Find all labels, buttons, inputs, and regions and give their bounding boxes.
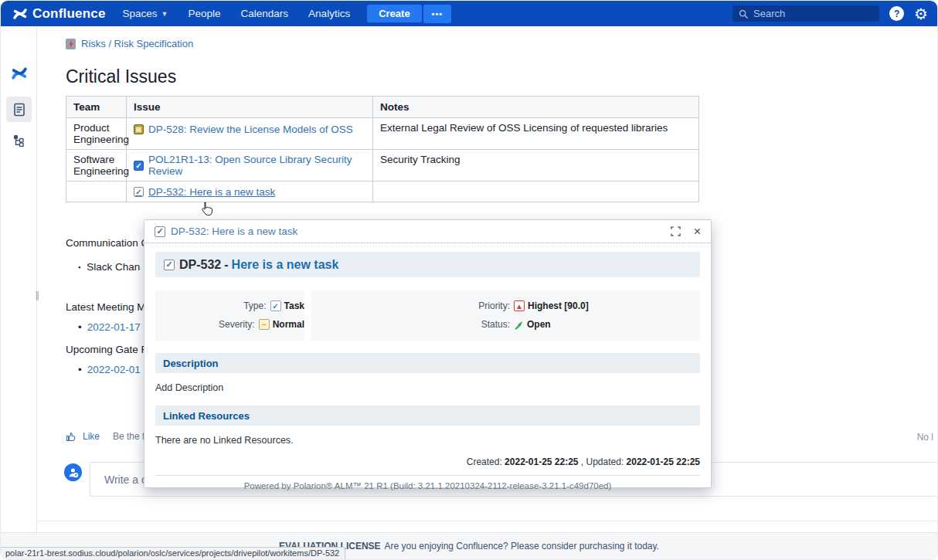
notes-cell: External Legal Review of OSS Licensing o… bbox=[373, 118, 699, 150]
status-bar-url: polar-21r1-brest.sodius.cloud/polarion/o… bbox=[1, 547, 345, 559]
search-input[interactable]: Search bbox=[732, 5, 879, 22]
nav-item-people[interactable]: People bbox=[189, 8, 221, 19]
nav-right-cluster: Search ? ⚙ bbox=[732, 1, 928, 26]
create-button[interactable]: Create bbox=[367, 5, 421, 22]
col-header-issue: Issue bbox=[127, 97, 373, 118]
workitem-title: Here is a new task bbox=[232, 258, 339, 272]
section-upcoming-gate-heading: Upcoming Gate F bbox=[66, 344, 148, 355]
list-item-slack: ▪Slack Chan bbox=[78, 261, 140, 273]
task-outline-check-icon: ✓ bbox=[155, 226, 165, 237]
workitem-separator: - bbox=[224, 258, 228, 272]
team-cell: Product Engineering bbox=[66, 118, 127, 150]
document-icon bbox=[13, 103, 25, 117]
hierarchy-tree-icon bbox=[12, 134, 25, 147]
nav-item-analytics[interactable]: Analytics bbox=[308, 8, 350, 19]
powered-by-text: Powered by Polarion® ALM™ 21 R1 (Build: … bbox=[155, 481, 700, 490]
table-row: Product Engineering ▤ DP-528: Review the… bbox=[66, 118, 699, 150]
no-labels-text: No l bbox=[917, 432, 933, 443]
fields-row: Type: ✓Task Severity: −Normal Priority: … bbox=[155, 290, 700, 341]
nav-item-calendars[interactable]: Calendars bbox=[241, 8, 289, 19]
top-navigation-bar: Confluence Spaces▼ People Calendars Anal… bbox=[1, 1, 937, 26]
brand-name: Confluence bbox=[32, 6, 106, 22]
col-header-team: Team bbox=[66, 97, 127, 118]
nav-item-spaces[interactable]: Spaces▼ bbox=[123, 8, 168, 19]
field-severity: Severity: −Normal bbox=[155, 315, 304, 334]
dialog-footer-divider bbox=[155, 475, 700, 476]
workitem-preview-dialog: ✓ DP-532: Here is a new task × ✓ DP-532 … bbox=[144, 219, 712, 488]
issue-cell: ✓ POL21R1-13: Open Source Library Securi… bbox=[127, 150, 373, 182]
section-latest-meeting-heading: Latest Meeting M bbox=[66, 301, 146, 313]
confluence-space-icon bbox=[11, 66, 28, 80]
user-avatar[interactable] bbox=[64, 463, 82, 481]
table-header-row: Team Issue Notes bbox=[66, 97, 699, 118]
thumbs-up-icon[interactable] bbox=[66, 431, 76, 442]
team-cell bbox=[66, 182, 127, 202]
close-icon[interactable]: × bbox=[694, 226, 701, 236]
workitem-banner: ✓ DP-532 - Here is a new task bbox=[155, 252, 700, 277]
field-status: Status: Open bbox=[311, 315, 700, 334]
notes-cell: Security Tracking bbox=[373, 150, 699, 182]
sidebar-tree-button[interactable] bbox=[6, 129, 32, 151]
table-row: Software Engineering ✓ POL21R1-13: Open … bbox=[66, 150, 699, 182]
fields-right-panel: Priority: ▲Highest [90.0] Status: Open bbox=[311, 290, 700, 341]
document-olive-icon: ▤ bbox=[134, 124, 144, 134]
section-header-description: Description bbox=[155, 353, 700, 373]
space-page-icon bbox=[66, 39, 76, 49]
confluence-logo[interactable]: Confluence bbox=[13, 6, 106, 22]
notes-cell bbox=[373, 182, 699, 202]
search-icon bbox=[739, 9, 748, 19]
priority-highest-icon: ▲ bbox=[514, 300, 525, 311]
nav-menu: Spaces▼ People Calendars Analytics bbox=[123, 8, 351, 19]
left-sidebar: ⚙ » bbox=[1, 26, 37, 532]
comment-placeholder: Write a c bbox=[104, 473, 147, 486]
license-message: Are you enjoying Confluence? Please cons… bbox=[385, 541, 659, 552]
severity-normal-icon: − bbox=[259, 319, 270, 330]
page-title: Critical Issues bbox=[66, 66, 176, 87]
status-open-icon bbox=[514, 320, 524, 330]
dot-bullet: • bbox=[78, 364, 82, 375]
more-menu-button[interactable]: ••• bbox=[423, 5, 452, 23]
space-logo[interactable] bbox=[6, 62, 32, 85]
task-filled-check-icon: ✓ bbox=[134, 161, 144, 171]
admin-gear-icon[interactable]: ⚙ bbox=[914, 6, 928, 22]
issue-link-dp532[interactable]: ✓ DP-532: Here is a new task bbox=[134, 186, 275, 198]
breadcrumb[interactable]: Risks / Risk Specification bbox=[66, 38, 193, 49]
dialog-title-link[interactable]: DP-532: Here is a new task bbox=[171, 226, 665, 237]
content-divider bbox=[38, 521, 937, 521]
issue-cell: ▤ DP-528: Review the License Models of O… bbox=[127, 118, 373, 150]
expand-icon[interactable] bbox=[671, 226, 681, 236]
chevron-down-icon: ▼ bbox=[161, 10, 168, 18]
workitem-id: DP-532 bbox=[179, 258, 221, 272]
field-type: Type: ✓Task bbox=[155, 297, 304, 315]
task-outline-check-icon: ✓ bbox=[164, 260, 175, 270]
field-priority: Priority: ▲Highest [90.0] bbox=[311, 297, 700, 315]
list-item-meeting-link: •2022-01-17 Pr bbox=[78, 321, 154, 333]
person-pencil-icon bbox=[67, 467, 79, 478]
fields-left-panel: Type: ✓Task Severity: −Normal bbox=[155, 290, 304, 341]
created-updated-line: Created: 2022-01-25 22:25 , Updated: 202… bbox=[155, 456, 700, 467]
confluence-mark-icon bbox=[13, 8, 27, 20]
issue-link-dp528[interactable]: ▤ DP-528: Review the License Models of O… bbox=[134, 124, 353, 135]
square-bullet: ▪ bbox=[78, 263, 80, 271]
sidebar-resize-handle[interactable]: ∥ bbox=[35, 290, 39, 300]
like-row: Like Be the fir bbox=[66, 431, 150, 442]
app-window: Confluence Spaces▼ People Calendars Anal… bbox=[0, 0, 938, 560]
dialog-body: ✓ DP-532 - Here is a new task Type: ✓Tas… bbox=[144, 243, 711, 490]
task-checkbox-icon: ✓ bbox=[270, 300, 281, 311]
linked-resources-body: There are no Linked Resources. bbox=[155, 435, 700, 446]
breadcrumb-text[interactable]: Risks / Risk Specification bbox=[81, 38, 193, 49]
sidebar-pages-button[interactable] bbox=[6, 97, 32, 122]
dialog-header: ✓ DP-532: Here is a new task × bbox=[144, 220, 711, 243]
critical-issues-table: Team Issue Notes Product Engineering ▤ D… bbox=[66, 96, 699, 202]
issue-link-pol21r1-13[interactable]: ✓ POL21R1-13: Open Source Library Securi… bbox=[134, 154, 365, 177]
table-row: ✓ DP-532: Here is a new task bbox=[66, 182, 699, 202]
section-header-linked-resources: Linked Resources bbox=[155, 406, 700, 426]
like-button[interactable]: Like bbox=[83, 431, 100, 442]
issue-cell: ✓ DP-532: Here is a new task bbox=[127, 182, 373, 202]
task-outline-check-icon: ✓ bbox=[134, 187, 144, 197]
help-button[interactable]: ? bbox=[889, 6, 904, 21]
section-communication-heading: Communication C bbox=[66, 237, 148, 249]
col-header-notes: Notes bbox=[373, 97, 699, 118]
team-cell: Software Engineering bbox=[66, 150, 127, 182]
description-body[interactable]: Add Description bbox=[155, 382, 700, 393]
